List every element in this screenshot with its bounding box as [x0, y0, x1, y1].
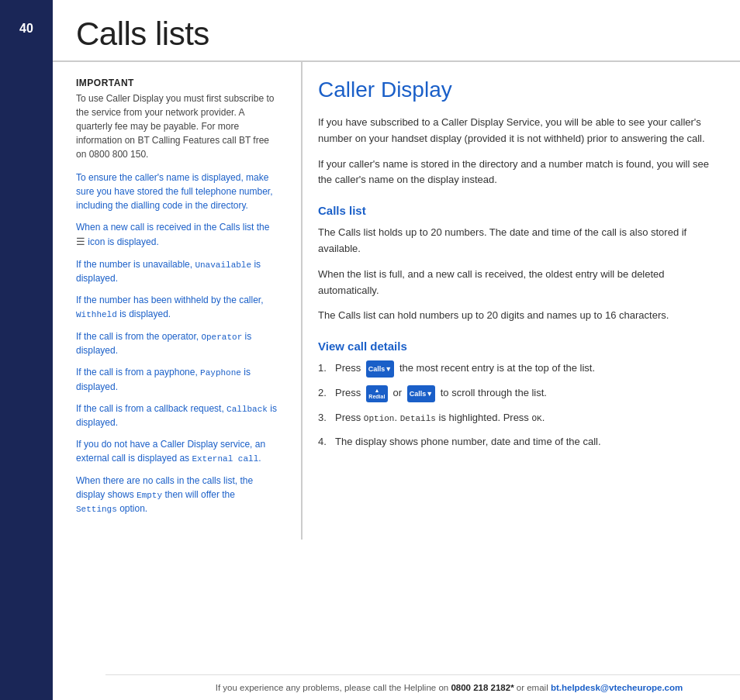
footer-phone: 0800 218 2182* — [451, 683, 514, 692]
blue-text-6: If the call is from a payphone, Payphone… — [76, 365, 278, 394]
important-text: To use Caller Display you must first sub… — [76, 91, 278, 161]
blue-text-4: If the number has been withheld by the c… — [76, 293, 278, 322]
blue-text-7: If the call is from a callback request, … — [76, 402, 278, 430]
content-body: IMPORTANT To use Caller Display you must… — [53, 62, 740, 540]
step-1-content: Press Calls▼ the most recent entry is at… — [335, 360, 595, 378]
blue-text-5: If the call is from the operator, Operat… — [76, 329, 278, 358]
step-3: 3. Press Option. Details is highlighted.… — [318, 410, 717, 426]
right-column: Caller Display If you have subscribed to… — [301, 62, 740, 540]
step-4: 4. The display shows phone number, date … — [318, 434, 717, 450]
redial-button: ▲Redial — [366, 385, 388, 402]
page-number: 40 — [19, 22, 33, 36]
calls-list-title: Calls list — [318, 204, 717, 217]
blue-text-2: When a new call is received in the Calls… — [76, 220, 278, 250]
intro-text-1: If you have subscribed to a Caller Displ… — [318, 115, 717, 147]
title-area: Calls lists — [53, 0, 740, 62]
intro-text-2: If your caller's name is stored in the d… — [318, 157, 717, 189]
step-1-number: 1. — [318, 360, 335, 377]
step-2-content: Press ▲Redial or Calls▼ to scroll throug… — [335, 385, 547, 402]
step-3-number: 3. — [318, 410, 335, 426]
steps-list: 1. Press Calls▼ the most recent entry is… — [318, 360, 717, 450]
footer-text-before: If you experience any problems, please c… — [216, 683, 451, 692]
left-column: IMPORTANT To use Caller Display you must… — [53, 62, 301, 540]
footer-text-middle: or email — [514, 683, 551, 692]
blue-text-8: If you do not have a Caller Display serv… — [76, 437, 278, 466]
calls-list-text-2: When the list is full, and a new call is… — [318, 267, 717, 299]
page-number-bar: 40 — [0, 0, 53, 700]
step-3-content: Press Option. Details is highlighted. Pr… — [335, 410, 545, 426]
step-2-number: 2. — [318, 385, 335, 402]
step-1: 1. Press Calls▼ the most recent entry is… — [318, 360, 717, 378]
calls-button-2: Calls▼ — [407, 385, 435, 402]
important-label: IMPORTANT — [76, 78, 278, 88]
blue-text-9: When there are no calls in the calls lis… — [76, 474, 278, 516]
caller-display-title: Caller Display — [318, 78, 717, 102]
main-content: Calls lists IMPORTANT To use Caller Disp… — [53, 0, 740, 700]
blue-text-1: To ensure the caller's name is displayed… — [76, 171, 278, 212]
page-title: Calls lists — [76, 16, 717, 53]
step-4-content: The display shows phone number, date and… — [335, 434, 601, 450]
footer-email[interactable]: bt.helpdesk@vtecheurope.com — [551, 683, 683, 692]
step-2: 2. Press ▲Redial or Calls▼ to scroll thr… — [318, 385, 717, 402]
step-4-number: 4. — [318, 434, 335, 450]
calls-button-1: Calls▼ — [366, 360, 394, 378]
blue-text-3: If the number is unavailable, Unavailabl… — [76, 257, 278, 286]
footer: If you experience any problems, please c… — [105, 674, 740, 700]
calls-list-text-1: The Calls list holds up to 20 numbers. T… — [318, 225, 717, 257]
calls-list-text-3: The Calls list can hold numbers up to 20… — [318, 308, 717, 324]
view-call-title: View call details — [318, 340, 717, 353]
